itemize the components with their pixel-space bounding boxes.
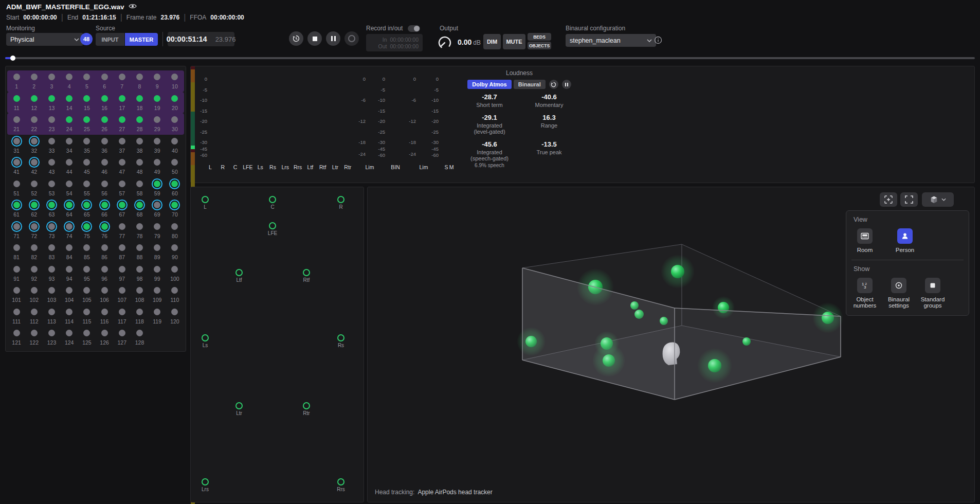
channel-dot-23[interactable] xyxy=(48,116,55,123)
channel-dot-127[interactable] xyxy=(119,330,125,336)
channel-dot-119[interactable] xyxy=(154,309,160,315)
channel-dot-34[interactable] xyxy=(66,138,72,145)
beds-toggle-button[interactable]: BEDS xyxy=(528,33,551,41)
channel-dot-54[interactable] xyxy=(66,181,72,187)
channel-dot-123[interactable] xyxy=(48,330,55,336)
timecode-display[interactable]: 00:00:51:14 23.976 xyxy=(168,32,234,46)
channel-dot-31[interactable] xyxy=(13,138,20,145)
channel-dot-30[interactable] xyxy=(171,116,178,123)
channel-dot-128[interactable] xyxy=(136,330,143,336)
view-room-button[interactable]: Room xyxy=(854,228,876,254)
channel-dot-124[interactable] xyxy=(66,330,72,336)
channel-dot-8[interactable] xyxy=(136,74,143,80)
channel-dot-95[interactable] xyxy=(83,266,90,273)
fullscreen-button[interactable] xyxy=(900,192,918,207)
channel-dot-121[interactable] xyxy=(13,330,20,336)
playback-position-slider[interactable] xyxy=(5,57,975,59)
record-button[interactable] xyxy=(344,31,359,46)
channel-dot-61[interactable] xyxy=(13,202,20,208)
channel-dot-6[interactable] xyxy=(101,74,108,80)
stop-button[interactable] xyxy=(307,31,322,46)
binaural-config-dropdown[interactable]: stephen_maclean xyxy=(566,34,656,47)
view-person-button[interactable]: Person xyxy=(894,228,916,254)
channel-dot-20[interactable] xyxy=(171,95,178,102)
channel-dot-98[interactable] xyxy=(136,266,143,273)
channel-dot-66[interactable] xyxy=(101,202,108,208)
object-sphere-1[interactable] xyxy=(671,265,684,278)
channel-dot-50[interactable] xyxy=(171,159,178,166)
channel-dot-108[interactable] xyxy=(136,287,143,294)
channel-dot-27[interactable] xyxy=(119,116,125,123)
loudness-reset-button[interactable] xyxy=(549,80,558,89)
mute-button[interactable]: MUTE xyxy=(503,34,525,49)
channel-dot-97[interactable] xyxy=(119,266,125,273)
source-master-button[interactable]: MASTER xyxy=(125,33,158,46)
return-to-start-button[interactable] xyxy=(289,31,303,46)
channel-dot-72[interactable] xyxy=(31,223,38,230)
channel-dot-74[interactable] xyxy=(66,223,72,230)
channel-dot-47[interactable] xyxy=(119,159,125,166)
channel-dot-25[interactable] xyxy=(83,116,90,123)
channel-dot-51[interactable] xyxy=(13,181,20,187)
channel-dot-110[interactable] xyxy=(171,287,178,294)
channel-dot-60[interactable] xyxy=(171,181,178,187)
channel-dot-102[interactable] xyxy=(31,287,38,294)
channel-dot-94[interactable] xyxy=(66,266,72,273)
channel-dot-96[interactable] xyxy=(101,266,108,273)
channel-dot-100[interactable] xyxy=(171,266,178,273)
view-mode-button[interactable] xyxy=(922,192,954,207)
channel-dot-59[interactable] xyxy=(154,181,160,187)
channel-dot-85[interactable] xyxy=(83,244,90,251)
channel-dot-53[interactable] xyxy=(48,181,55,187)
channel-dot-62[interactable] xyxy=(31,202,38,208)
tab-binaural[interactable]: Binaural xyxy=(514,80,546,89)
channel-dot-2[interactable] xyxy=(31,74,38,80)
dim-button[interactable]: DIM xyxy=(483,34,501,49)
channel-dot-84[interactable] xyxy=(66,244,72,251)
channel-dot-29[interactable] xyxy=(154,116,160,123)
loudness-pause-button[interactable] xyxy=(562,80,571,89)
channel-dot-57[interactable] xyxy=(119,181,125,187)
channel-dot-21[interactable] xyxy=(13,116,20,123)
channel-dot-10[interactable] xyxy=(171,74,178,80)
channel-dot-75[interactable] xyxy=(83,223,90,230)
channel-dot-111[interactable] xyxy=(13,309,20,315)
channel-dot-52[interactable] xyxy=(31,181,38,187)
pause-button[interactable] xyxy=(326,31,340,46)
channel-dot-68[interactable] xyxy=(136,202,143,208)
channel-dot-104[interactable] xyxy=(66,287,72,294)
channel-dot-113[interactable] xyxy=(48,309,55,315)
source-input-button[interactable]: INPUT xyxy=(96,33,124,46)
channel-dot-83[interactable] xyxy=(48,244,55,251)
monitoring-dropdown[interactable]: Physical xyxy=(6,33,83,46)
channel-dot-24[interactable] xyxy=(66,116,72,123)
channel-dot-116[interactable] xyxy=(101,309,108,315)
channel-dot-86[interactable] xyxy=(101,244,108,251)
channel-dot-67[interactable] xyxy=(119,202,125,208)
channel-dot-16[interactable] xyxy=(101,95,108,102)
channel-dot-126[interactable] xyxy=(101,330,108,336)
objects-toggle-button[interactable]: OBJECTS xyxy=(528,42,551,49)
channel-dot-14[interactable] xyxy=(66,95,72,102)
channel-dot-40[interactable] xyxy=(171,138,178,145)
channel-dot-18[interactable] xyxy=(136,95,143,102)
channel-dot-89[interactable] xyxy=(154,244,160,251)
channel-dot-45[interactable] xyxy=(83,159,90,166)
slider-thumb[interactable] xyxy=(10,56,15,61)
channel-dot-58[interactable] xyxy=(136,181,143,187)
channel-dot-46[interactable] xyxy=(101,159,108,166)
channel-dot-125[interactable] xyxy=(83,330,90,336)
channel-dot-44[interactable] xyxy=(66,159,72,166)
channel-dot-99[interactable] xyxy=(154,266,160,273)
channel-dot-38[interactable] xyxy=(136,138,143,145)
frame-objects-button[interactable] xyxy=(880,192,897,207)
channel-dot-13[interactable] xyxy=(48,95,55,102)
channel-dot-112[interactable] xyxy=(31,309,38,315)
channel-dot-87[interactable] xyxy=(119,244,125,251)
tab-dolby-atmos[interactable]: Dolby Atmos xyxy=(467,80,511,89)
channel-dot-91[interactable] xyxy=(13,266,20,273)
channel-dot-19[interactable] xyxy=(154,95,160,102)
channel-dot-33[interactable] xyxy=(48,138,55,145)
channel-dot-7[interactable] xyxy=(119,74,125,80)
show-standard-groups-button[interactable]: Standard groups xyxy=(921,278,944,309)
